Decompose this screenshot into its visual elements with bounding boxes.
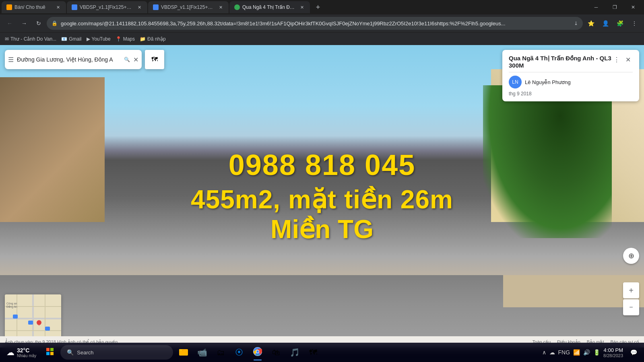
battery-icon[interactable]: 🔋 xyxy=(593,349,600,356)
weather-widget: ☁ 32°C Nhiều mây xyxy=(3,346,39,360)
tab-close-2[interactable]: ✕ xyxy=(136,4,142,10)
start-icon xyxy=(46,348,54,357)
tab-title-1: Bán/ Cho thuê xyxy=(14,4,52,10)
tab-title-2: VBDSP_v1.1[Fix125+Chrome32]... xyxy=(80,4,134,10)
restore-button[interactable]: ❐ xyxy=(605,0,624,14)
address-bar[interactable]: 🔒 google.com/maps/@21.1411882,105.845569… xyxy=(47,17,583,30)
taskbar-search-text: Search xyxy=(77,350,93,356)
bookmark-label-thu: Thư - Cảnh Do Van... xyxy=(10,36,56,42)
taskbar-app-music[interactable]: 🎵 xyxy=(286,343,303,361)
maps-pin-icon: 📍 xyxy=(116,36,122,42)
info-date: thg 9 2018 xyxy=(509,91,633,97)
svg-text:Đồng An: Đồng An xyxy=(6,305,17,309)
download-icon: ⤓ xyxy=(574,21,578,26)
taskbar-app-video[interactable]: 📹 xyxy=(193,343,211,361)
tab-title-4: Qua Ngã 4 Thị Trấn Đông Anh -... xyxy=(242,4,296,10)
maps-search-box[interactable]: ☰ 🔍 ✕ xyxy=(5,50,142,69)
store-icon: 🛍 xyxy=(272,348,280,357)
notification-button[interactable]: 💬 xyxy=(626,343,641,361)
minimize-button[interactable]: ─ xyxy=(587,0,605,14)
system-tray: ∧ ☁ FNG 📶 🔊 🔋 4:00 PM 8/28/2023 💬 xyxy=(542,343,641,361)
new-tab-button[interactable]: + xyxy=(312,2,324,13)
back-button[interactable]: ← xyxy=(3,17,16,30)
zoom-in-button[interactable]: + xyxy=(623,282,639,298)
svg-rect-20 xyxy=(179,349,182,351)
mini-map[interactable]: Công an Đồng An xyxy=(5,294,61,343)
taskbar-app-file-explorer[interactable] xyxy=(175,343,192,361)
maps-search-input[interactable] xyxy=(17,56,121,63)
svg-rect-7 xyxy=(13,315,18,319)
bookmark-label-maps: Maps xyxy=(123,36,135,42)
info-panel-header: Qua Ngã 4 Thị Trấn Đồng Anh - QL3 300M ⋮… xyxy=(509,55,633,69)
taskbar-search-icon: 🔍 xyxy=(67,349,74,356)
clock-date: 8/28/2023 xyxy=(603,353,623,358)
forward-button[interactable]: → xyxy=(18,17,31,30)
maps-search-clear-button[interactable]: ✕ xyxy=(133,56,138,64)
taskbar-app-store[interactable]: 🛍 xyxy=(267,343,285,361)
close-button[interactable]: ✕ xyxy=(624,0,642,14)
system-icons: ∧ ☁ FNG 📶 🔊 🔋 xyxy=(542,349,601,356)
bookmark-imported[interactable]: 📁 Đã nhập xyxy=(140,36,166,42)
taskbar-app-chrome[interactable] xyxy=(249,343,266,361)
tab-close-3[interactable]: ✕ xyxy=(217,4,224,10)
reload-button[interactable]: ↻ xyxy=(32,17,45,30)
speaker-icon[interactable]: 🔊 xyxy=(583,349,590,356)
commission-text: Miền TG xyxy=(191,214,453,244)
bookmark-gmail[interactable]: 📧 Gmail xyxy=(61,36,81,42)
bookmark-label-imported: Đã nhập xyxy=(147,36,166,42)
search-icon: ☰ xyxy=(8,56,14,64)
more-menu-button[interactable]: ⋮ xyxy=(628,17,641,30)
start-button[interactable] xyxy=(41,343,59,361)
files-icon: 🗂 xyxy=(217,348,225,357)
bookmark-thu[interactable]: ✉ Thư - Cảnh Do Van... xyxy=(5,36,56,42)
svg-text:Công an: Công an xyxy=(6,302,17,305)
svg-rect-17 xyxy=(50,352,54,355)
compass-button[interactable]: ⊕ xyxy=(623,248,639,267)
svg-rect-15 xyxy=(50,348,54,351)
extensions-button[interactable]: 🧩 xyxy=(613,17,626,30)
tray-lang-indicator[interactable]: FNG xyxy=(558,349,570,356)
wifi-icon[interactable]: 📶 xyxy=(573,349,580,356)
user-avatar: LN xyxy=(509,76,522,88)
tab-vbdsp-2[interactable]: VBDSP_v1.1[Fix125+Chrome32]... ✕ xyxy=(148,1,229,13)
bookmark-youtube[interactable]: ▶ YouTube xyxy=(87,36,111,42)
taskbar: ☁ 32°C Nhiều mây 🔍 Search xyxy=(0,343,644,362)
info-panel: Qua Ngã 4 Thị Trấn Đồng Anh - QL3 300M ⋮… xyxy=(502,50,639,101)
navigation-bar: ← → ↻ 🔒 google.com/maps/@21.1411882,105.… xyxy=(0,14,644,32)
bookmark-icon-thu: ✉ xyxy=(5,36,9,42)
bookmark-button[interactable]: ⭐ xyxy=(584,17,597,30)
svg-rect-14 xyxy=(46,348,50,351)
user-name: Lê Nguyễn Phương xyxy=(525,79,571,85)
tab-close-4[interactable]: ✕ xyxy=(299,4,305,10)
browser-window: Bán/ Cho thuê ✕ VBDSP_v1.1[Fix125+Chrome… xyxy=(0,0,644,348)
zoom-out-button[interactable]: − xyxy=(623,299,639,315)
profile-button[interactable]: 👤 xyxy=(599,17,612,30)
taskbar-app-maps[interactable]: 🗺 xyxy=(304,343,322,361)
taskbar-app-files[interactable]: 🗂 xyxy=(212,343,229,361)
tab-maps-active[interactable]: Qua Ngã 4 Thị Trấn Đông Anh -... ✕ xyxy=(229,1,310,13)
info-close-button[interactable]: ✕ xyxy=(623,55,633,64)
tray-cloud-icon[interactable]: ☁ xyxy=(549,349,555,356)
bookmarks-bar: ✉ Thư - Cảnh Do Van... 📧 Gmail ▶ YouTube… xyxy=(0,32,644,45)
tab-close-1[interactable]: ✕ xyxy=(55,4,61,10)
chrome-icon xyxy=(253,347,262,358)
info-more-button[interactable]: ⋮ xyxy=(612,55,621,64)
youtube-icon: ▶ xyxy=(87,36,90,42)
file-explorer-icon xyxy=(179,348,188,358)
property-overlay: 0988 818 045 455m2, mặt tiền 26m Miền TG xyxy=(191,148,453,244)
layer-toggle-button[interactable]: 🗺 xyxy=(145,50,164,69)
taskbar-search-box[interactable]: 🔍 Search xyxy=(60,345,173,360)
info-divider xyxy=(509,72,633,72)
svg-rect-16 xyxy=(46,352,50,355)
tab-ban-cho-thue[interactable]: Bán/ Cho thuê ✕ xyxy=(2,1,66,13)
tab-vbdsp-1[interactable]: VBDSP_v1.1[Fix125+Chrome32]... ✕ xyxy=(67,1,147,13)
zoom-controls: + − xyxy=(623,282,639,315)
property-size-text: 455m2, mặt tiền 26m xyxy=(191,185,453,214)
taskbar-apps: 📹 🗂 ⦿ 🛍 🎵 xyxy=(175,343,322,361)
system-clock[interactable]: 4:00 PM 8/28/2023 xyxy=(603,347,623,358)
bookmark-maps[interactable]: 📍 Maps xyxy=(116,36,135,42)
tray-arrow-icon[interactable]: ∧ xyxy=(542,349,546,356)
info-panel-title: Qua Ngã 4 Thị Trấn Đồng Anh - QL3 300M xyxy=(509,55,612,69)
bookmark-label-youtube: YouTube xyxy=(92,36,111,42)
taskbar-app-edge[interactable]: ⦿ xyxy=(230,343,248,361)
